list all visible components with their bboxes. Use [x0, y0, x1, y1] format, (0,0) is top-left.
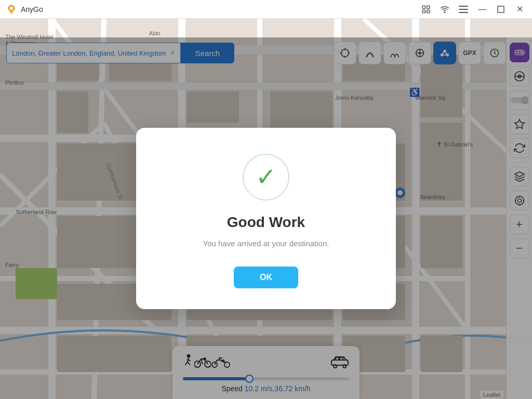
svg-point-7	[444, 12, 445, 13]
minimize-button[interactable]: —	[476, 3, 488, 16]
svg-rect-11	[498, 6, 504, 12]
modal-title: Good Work	[227, 214, 305, 231]
svg-rect-9	[459, 9, 468, 10]
svg-point-1	[10, 7, 13, 10]
svg-rect-4	[427, 6, 430, 8]
titlebar-left: AnyGo	[6, 4, 43, 15]
wifi-icon[interactable]	[438, 3, 451, 16]
check-mark-icon: ✓	[256, 165, 276, 190]
settings-icon[interactable]	[420, 3, 432, 16]
modal-overlay: ✓ Good Work You have arrived at your des…	[0, 37, 532, 399]
success-modal: ✓ Good Work You have arrived at your des…	[136, 128, 396, 309]
svg-rect-3	[422, 6, 425, 8]
svg-rect-10	[459, 12, 468, 13]
titlebar-icons: — ✕	[420, 3, 526, 16]
titlebar: AnyGo — ✕	[0, 0, 532, 19]
map: The Windmill Hotel& Brasserie Aldo Pimli…	[0, 19, 532, 399]
app-logo	[6, 4, 17, 15]
maximize-button[interactable]	[495, 3, 507, 16]
success-circle: ✓	[243, 154, 289, 201]
modal-subtitle: You have arrived at your destination.	[203, 239, 329, 248]
app-title: AnyGo	[21, 5, 43, 14]
svg-marker-2	[9, 10, 14, 15]
ok-button[interactable]: OK	[234, 267, 298, 288]
close-button[interactable]: ✕	[513, 3, 526, 16]
svg-rect-8	[459, 6, 468, 7]
menu-icon[interactable]	[457, 3, 470, 16]
svg-rect-5	[422, 10, 425, 12]
svg-rect-6	[427, 10, 430, 12]
